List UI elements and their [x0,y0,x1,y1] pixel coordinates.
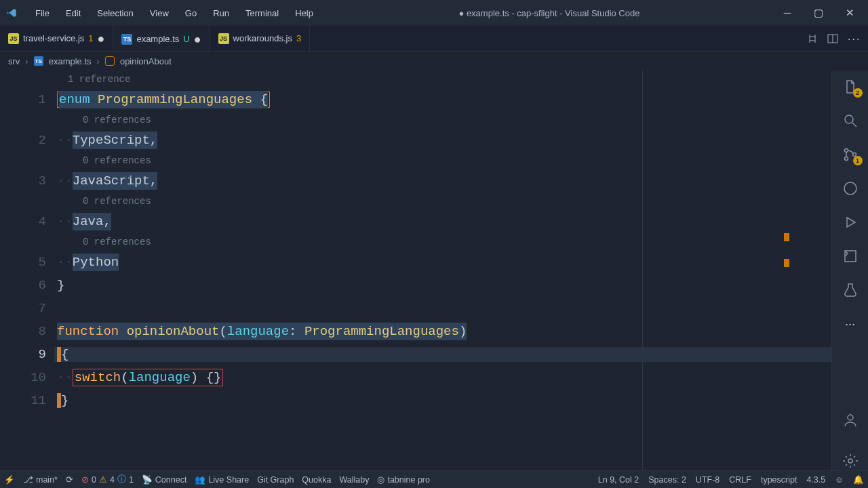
svg-point-5 [844,157,848,161]
tab-travel-service[interactable]: JS travel-service.js 1 ● [0,26,113,51]
connect-status[interactable]: 📡 Connect [142,474,187,485]
code-line[interactable]: 4 ··Java, [0,210,831,233]
menu-terminal[interactable]: Terminal [239,5,285,21]
code-line-current[interactable]: 9 { [0,343,831,366]
paren: ( [121,370,128,385]
branch-name: main* [36,475,58,485]
code-line[interactable]: 5 ··Python [0,251,831,274]
codelens-reference[interactable]: 0 references [0,152,831,169]
feedback-icon[interactable]: ☺ [835,475,844,485]
encoding-status[interactable]: UTF-8 [696,475,719,485]
code-line[interactable]: 10 ··switch(language) {} [0,366,831,389]
minimize-button[interactable]: ─ [778,7,796,19]
vscode-icon [5,7,18,19]
breadcrumb-symbol[interactable]: opinionAbout [120,56,172,66]
cursor-position[interactable]: Ln 9, Col 2 [598,475,639,485]
badge: 1 [853,156,863,165]
run-debug-icon[interactable] [841,213,860,232]
enum-member: TypeScript, [73,133,157,148]
menu-run[interactable]: Run [206,5,236,21]
tab-example[interactable]: TS example.ts U ● [113,26,210,51]
menu-selection[interactable]: Selection [90,5,140,21]
remote-icon[interactable] [841,247,860,266]
line-number: 2 [0,133,54,148]
account-icon[interactable] [841,411,860,430]
menu-view[interactable]: View [143,5,176,21]
editor[interactable]: 1 reference 1 enum ProgrammingLanguages … [0,70,831,470]
indent-guide: ·· [57,214,73,229]
tab-label: example.ts [136,34,179,44]
breadcrumb[interactable]: srv › TS example.ts › opinionAbout [0,52,868,70]
codelens-reference[interactable]: 0 references [0,111,831,129]
more-icon[interactable]: ··· [841,314,860,333]
liveshare-status[interactable]: 👥 Live Share [195,474,249,485]
keyword-function: function [57,324,119,339]
info-icon: ⓘ [117,474,126,485]
settings-gear-icon[interactable] [841,451,860,470]
code-line[interactable]: 2 ··TypeScript, [0,129,831,152]
problems[interactable]: ⊘0 ⚠4 ⓘ1 [81,474,134,485]
brace: } [57,278,64,293]
menu-file[interactable]: File [28,5,56,21]
menu-edit[interactable]: Edit [59,5,87,21]
indent-status[interactable]: Spaces: 2 [648,475,686,485]
remote-indicator[interactable]: ⚡ [4,474,15,485]
codelens-reference[interactable]: 0 references [0,192,831,210]
ts-icon: TS [121,34,132,45]
code-line[interactable]: 3 ··JavaScript, [0,169,831,192]
wallaby-status[interactable]: Wallaby [339,475,369,485]
split-editor-icon[interactable] [827,33,838,44]
code-line[interactable]: 8 function opinionAbout(language: Progra… [0,320,831,343]
brace: { [61,347,68,362]
code-line[interactable]: 11 } [0,389,831,412]
maximize-button[interactable]: ▢ [810,7,827,19]
identifier: language [129,370,191,385]
source-control-icon[interactable]: 1 [841,145,860,164]
code-line[interactable]: 1 enum ProgrammingLanguages { [0,88,831,111]
warning-count: 4 [110,475,115,485]
indent-guide: ·· [57,255,73,270]
line-number: 11 [0,393,54,408]
gitgraph-status[interactable]: Git Graph [257,475,294,485]
bell-icon[interactable]: 🔔 [853,474,864,485]
menu-help[interactable]: Help [288,5,320,21]
info-count: 1 [129,475,134,485]
breadcrumb-folder[interactable]: srv [8,56,20,66]
search-icon[interactable] [841,111,860,130]
sync-icon[interactable]: ⟳ [66,474,73,485]
close-button[interactable]: ✕ [841,7,859,19]
indent-guide: ·· [57,174,73,188]
code-line[interactable]: 6 } [0,274,831,297]
menu-go[interactable]: Go [178,5,203,21]
main-area: 1 reference 1 enum ProgrammingLanguages … [0,70,868,470]
keyword-switch: switch [75,370,121,385]
js-icon: JS [8,33,19,44]
minimap[interactable] [784,70,831,470]
tab-label: workarounds.js [233,33,292,43]
tabnine-status[interactable]: ◎ tabnine pro [377,474,430,485]
brace: {} [198,370,221,385]
codelens-reference[interactable]: 1 reference [0,70,831,88]
colon: : [289,324,304,339]
indent-guide: ·· [57,370,73,385]
language-status[interactable]: typescript [761,475,797,485]
ts-version[interactable]: 4.3.5 [806,475,825,485]
minimap-marker [784,233,789,241]
eol-status[interactable]: CRLF [729,475,751,485]
quokka-status[interactable]: Quokka [302,475,331,485]
compare-icon[interactable] [807,33,818,44]
breadcrumb-file[interactable]: example.ts [49,56,92,66]
tab-bar: JS travel-service.js 1 ● TS example.ts U… [0,26,868,52]
more-icon[interactable]: ··· [848,33,859,44]
git-branch[interactable]: ⎇main* [23,474,58,485]
testing-icon[interactable] [841,281,860,300]
code-line[interactable]: 7 [0,297,831,320]
github-icon[interactable] [841,179,860,198]
error-box: switch(language) {} [73,369,224,386]
explorer-icon[interactable]: 2 [841,77,860,96]
enum-member: Python [73,255,119,270]
codelens-reference[interactable]: 0 references [0,233,831,251]
tab-actions: ··· [797,33,868,44]
window-title: ● example.ts - cap-sflight - Visual Stud… [320,8,778,18]
tab-workarounds[interactable]: JS workarounds.js 3 [210,26,311,51]
